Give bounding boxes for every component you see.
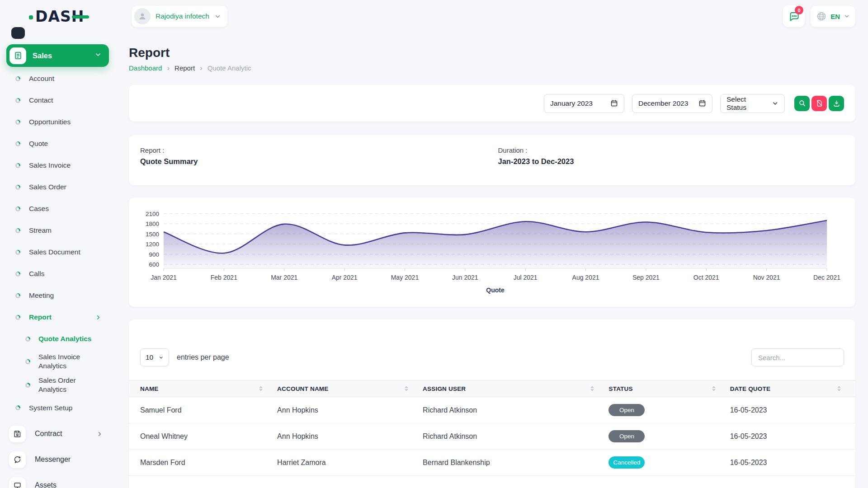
table-header-row: NAME ACCOUNT NAME ASSIGN USER STATUS DAT… — [129, 380, 855, 397]
app-root: DASH Rajodiya infotech 0 EN — [0, 0, 868, 488]
sidebar-item-system-setup[interactable]: System Setup — [0, 397, 117, 419]
cell-assign-user: Bernard Blankenship — [423, 450, 609, 476]
svg-text:Oct 2021: Oct 2021 — [693, 274, 719, 281]
calendar-icon — [698, 99, 706, 107]
download-icon — [833, 99, 840, 107]
contract-icon — [9, 426, 26, 442]
svg-text:Nov 2021: Nov 2021 — [753, 274, 780, 281]
sort-icon[interactable] — [837, 386, 841, 391]
sidebar-item-quote[interactable]: Quote — [0, 133, 117, 155]
to-month-value: December 2023 — [638, 99, 688, 108]
to-month-input[interactable]: December 2023 — [632, 94, 712, 113]
sidebar-item-contact[interactable]: Contact — [0, 89, 117, 111]
sidebar-item-calls[interactable]: Calls — [0, 263, 117, 285]
cell-name: Marsden Ford — [129, 450, 277, 476]
chevron-down-icon — [159, 354, 164, 361]
sort-icon[interactable] — [405, 386, 408, 391]
status-badge: Cancelled — [609, 456, 645, 469]
breadcrumb-dashboard[interactable]: Dashboard — [129, 64, 162, 72]
sidebar-item-label: Report — [29, 313, 52, 321]
report-label: Report : — [140, 146, 492, 154]
bullet-icon — [15, 141, 20, 146]
sidebar-item-label: Sales Order — [29, 183, 66, 191]
sidebar-item-account[interactable]: Account — [0, 68, 117, 89]
column-header-assign-user[interactable]: ASSIGN USER — [423, 380, 609, 397]
language-selector[interactable]: EN — [811, 6, 855, 27]
svg-text:Mar 2021: Mar 2021 — [271, 274, 297, 281]
search-input[interactable] — [751, 348, 844, 366]
notifications-button[interactable]: 0 — [783, 5, 805, 27]
sidebar-item-sales-document[interactable]: Sales Document — [0, 241, 117, 263]
cell-date-quote: 16-05-2023 — [730, 397, 855, 423]
chevron-down-icon — [772, 100, 778, 107]
sidebar-item-label: Sales Order Analytics — [38, 376, 102, 394]
sidebar-item-report[interactable]: Report — [0, 306, 117, 328]
quote-table-body: Samuel FordAnn HopkinsRichard AtkinsonOp… — [129, 397, 855, 476]
sidebar-item-messenger[interactable]: Messenger — [0, 447, 117, 473]
status-select[interactable]: Select Status — [720, 94, 785, 113]
svg-text:1500: 1500 — [146, 231, 159, 238]
sidebar-item-label: Calls — [29, 270, 44, 278]
entries-per-page-select[interactable]: 10 — [140, 348, 169, 366]
sidebar-group-label: Sales — [33, 52, 52, 60]
cell-assign-user: Richard Atkinson — [423, 397, 609, 423]
svg-text:Aug 2021: Aug 2021 — [572, 274, 599, 281]
sidebar-item-stream[interactable]: Stream — [0, 220, 117, 241]
apply-filter-button[interactable] — [794, 96, 810, 111]
svg-text:Jun 2021: Jun 2021 — [452, 274, 478, 281]
column-header-account-name[interactable]: ACCOUNT NAME — [277, 380, 423, 397]
language-code: EN — [830, 13, 840, 20]
company-selector[interactable]: Rajodiya infotech — [132, 6, 227, 27]
quote-table-card: 10 entries per page NAME ACCOUNT NAME AS… — [129, 319, 855, 488]
bullet-icon — [15, 76, 20, 81]
calendar-icon — [610, 99, 618, 107]
sidebar-item-sales-invoice-analytics[interactable]: Sales Invoice Analytics — [0, 350, 117, 373]
sidebar-item-quote-analytics[interactable]: Quote Analytics — [0, 328, 117, 350]
sidebar-item-meeting[interactable]: Meeting — [0, 285, 117, 306]
chevron-right-icon — [95, 314, 102, 321]
svg-text:600: 600 — [149, 261, 159, 268]
column-header-name[interactable]: NAME — [129, 380, 277, 397]
sidebar-item-assets[interactable]: Assets — [0, 473, 117, 488]
sort-icon[interactable] — [590, 386, 594, 391]
column-header-status[interactable]: STATUS — [609, 380, 730, 397]
sidebar-item-label: Sales Invoice — [29, 161, 71, 169]
page-title: Report — [129, 46, 855, 60]
sidebar-item-cases[interactable]: Cases — [0, 198, 117, 220]
sidebar-peek-item[interactable] — [11, 27, 25, 39]
breadcrumb-separator-icon: › — [167, 64, 170, 72]
sidebar-item-label: Quote Analytics — [38, 334, 91, 343]
file-icon — [9, 47, 26, 64]
breadcrumb-report[interactable]: Report — [175, 64, 195, 72]
sidebar-item-sales-invoice[interactable]: Sales Invoice — [0, 155, 117, 176]
sidebar-item-label: Sales Document — [29, 248, 80, 256]
bullet-icon — [25, 383, 30, 388]
download-button[interactable] — [829, 96, 844, 111]
bullet-icon — [15, 163, 20, 168]
sidebar-menu: AccountContactOpportunitiesQuoteSales In… — [0, 67, 117, 419]
chevron-down-icon — [844, 13, 850, 19]
table-row: Oneal WhitneyAnn HopkinsRichard Atkinson… — [129, 423, 855, 450]
from-month-input[interactable]: January 2023 — [544, 94, 624, 113]
sidebar-item-label: Opportunities — [29, 118, 71, 126]
sidebar-group-sales[interactable]: Sales — [6, 44, 109, 67]
report-value: Quote Summary — [140, 157, 492, 166]
bullet-icon — [15, 206, 20, 211]
breadcrumb-separator-icon: › — [200, 64, 203, 72]
breadcrumb: Dashboard › Report › Quote Analytic — [129, 64, 855, 72]
sidebar-item-label: Quote — [29, 140, 48, 148]
sidebar-item-sales-order-analytics[interactable]: Sales Order Analytics — [0, 373, 117, 397]
sort-icon[interactable] — [259, 386, 263, 391]
reset-filter-button[interactable] — [811, 96, 827, 111]
sort-icon[interactable] — [712, 386, 716, 391]
cell-date-quote: 16-05-2023 — [730, 450, 855, 476]
company-name: Rajodiya infotech — [156, 12, 209, 20]
sidebar-item-label: Meeting — [29, 291, 54, 300]
assets-icon — [9, 477, 26, 488]
sidebar-item-opportunities[interactable]: Opportunities — [0, 111, 117, 133]
column-header-date-quote[interactable]: DATE QUOTE — [730, 380, 855, 397]
sidebar-item-sales-order[interactable]: Sales Order — [0, 176, 117, 198]
sidebar-item-contract[interactable]: Contract — [0, 421, 117, 447]
search-icon — [798, 99, 806, 107]
topbar: DASH Rajodiya infotech 0 EN — [0, 0, 868, 33]
